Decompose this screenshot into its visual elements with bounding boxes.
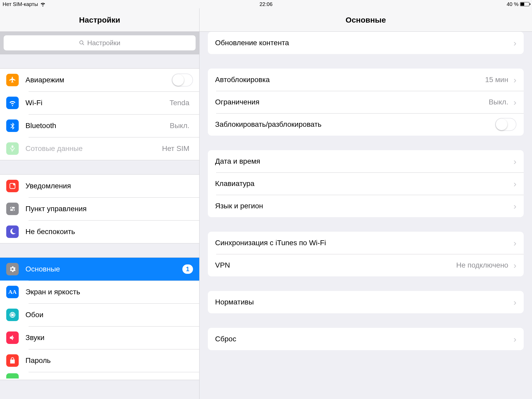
row-label: Нормативы: [215, 298, 512, 306]
row-restrictions[interactable]: Ограничения Выкл. ›: [208, 91, 524, 113]
row-label: Сброс: [215, 335, 512, 343]
row-value: Выкл.: [489, 98, 508, 106]
carrier-text: Нет SIM-карты: [3, 1, 38, 7]
airplane-icon: [6, 74, 19, 86]
sidebar-group-device: Основные 1 AA Экран и яркость Обои Звуки: [0, 257, 199, 380]
row-language-region[interactable]: Язык и регион ›: [208, 195, 524, 217]
row-label: Авиарежим: [25, 76, 172, 84]
lock-unlock-switch[interactable]: [495, 118, 516, 131]
row-label: Клавиатура: [215, 179, 512, 188]
row-value: 15 мин: [485, 76, 508, 84]
row-content-refresh[interactable]: Обновление контента ›: [208, 32, 524, 54]
chevron-right-icon: ›: [514, 156, 516, 167]
row-label: Обновление контента: [215, 39, 512, 47]
sidebar-item-next[interactable]: [0, 372, 199, 380]
sidebar-item-general[interactable]: Основные 1: [0, 258, 199, 281]
status-right: 40 %: [507, 1, 529, 7]
chevron-right-icon: ›: [514, 260, 516, 270]
sidebar-item-passcode[interactable]: Пароль: [0, 349, 199, 372]
sidebar-item-notifications[interactable]: Уведомления: [0, 175, 199, 197]
row-label: Автоблокировка: [215, 76, 485, 84]
chevron-right-icon: ›: [514, 201, 516, 211]
bluetooth-icon: [6, 119, 19, 132]
status-left: Нет SIM-карты: [3, 1, 46, 7]
detail-group-1: Автоблокировка 15 мин › Ограничения Выкл…: [208, 69, 524, 136]
row-label: Ограничения: [215, 98, 489, 106]
row-label: Экран и яркость: [25, 288, 193, 296]
control-center-icon: [6, 203, 19, 215]
svg-point-3: [11, 207, 12, 208]
search-placeholder: Настройки: [87, 39, 121, 47]
chevron-right-icon: ›: [514, 334, 516, 344]
chevron-right-icon: ›: [514, 75, 516, 85]
wifi-icon: [6, 97, 19, 109]
dnd-icon: [6, 225, 19, 238]
battery-text: 40 %: [507, 1, 518, 7]
row-label: Не беспокоить: [25, 228, 193, 236]
row-regulatory[interactable]: Нормативы ›: [208, 291, 524, 313]
detail-group-3: Синхронизация с iTunes по Wi-Fi › VPN Не…: [208, 232, 524, 276]
battery-icon: [520, 2, 529, 6]
sidebar-item-dnd[interactable]: Не беспокоить: [0, 220, 199, 243]
row-label: Обои: [25, 311, 193, 319]
row-label: Пункт управления: [25, 205, 193, 213]
sidebar-item-wallpaper[interactable]: Обои: [0, 303, 199, 326]
sidebar-item-bluetooth[interactable]: Bluetooth Выкл.: [0, 114, 199, 137]
row-vpn[interactable]: VPN Не подключено ›: [208, 254, 524, 276]
airplane-switch[interactable]: [172, 74, 193, 87]
cellular-icon: [6, 142, 19, 155]
row-date-time[interactable]: Дата и время ›: [208, 150, 524, 172]
row-label: Сотовые данные: [25, 144, 162, 153]
sidebar-item-control-center[interactable]: Пункт управления: [0, 197, 199, 220]
sounds-icon: [6, 331, 19, 344]
svg-point-6: [11, 314, 14, 316]
chevron-right-icon: ›: [514, 238, 516, 248]
display-icon: AA: [6, 286, 19, 298]
row-label: Wi-Fi: [25, 99, 170, 107]
row-value: Tenda: [170, 99, 189, 107]
row-label: Язык и регион: [215, 202, 512, 210]
svg-point-1: [13, 183, 15, 185]
wifi-status-icon: [40, 1, 46, 7]
detail-group-2: Дата и время › Клавиатура › Язык и регио…: [208, 150, 524, 217]
row-lock-unlock[interactable]: Заблокировать/разблокировать: [208, 113, 524, 136]
chevron-right-icon: ›: [514, 38, 516, 48]
detail-group-4: Нормативы ›: [208, 291, 524, 313]
detail-title: Основные: [200, 8, 532, 32]
search-input[interactable]: Настройки: [4, 35, 196, 50]
status-time: 22:06: [260, 1, 272, 7]
search-icon: [79, 40, 85, 46]
sidebar-item-display[interactable]: AA Экран и яркость: [0, 281, 199, 303]
row-keyboard[interactable]: Клавиатура ›: [208, 172, 524, 195]
sidebar-item-wifi[interactable]: Wi-Fi Tenda: [0, 91, 199, 114]
row-value: Выкл.: [170, 122, 189, 130]
detail-group-0: Обновление контента ›: [208, 32, 524, 54]
sidebar-item-cellular[interactable]: Сотовые данные Нет SIM: [0, 137, 199, 160]
status-bar: Нет SIM-карты 22:06 40 %: [0, 0, 532, 8]
sidebar-group-alerts: Уведомления Пункт управления Не беспокои…: [0, 174, 199, 243]
row-value: Нет SIM: [162, 144, 189, 153]
row-itunes-wifi-sync[interactable]: Синхронизация с iTunes по Wi-Fi ›: [208, 232, 524, 254]
row-label: Дата и время: [215, 157, 512, 165]
row-reset[interactable]: Сброс ›: [208, 328, 524, 350]
row-label: Звуки: [25, 334, 193, 342]
row-label: Уведомления: [25, 182, 193, 190]
detail-content: Обновление контента › Автоблокировка 15 …: [200, 32, 532, 366]
sidebar-item-sounds[interactable]: Звуки: [0, 326, 199, 349]
chevron-right-icon: ›: [514, 297, 516, 307]
sidebar-group-connectivity: Авиарежим Wi-Fi Tenda Bluetooth Выкл. Со…: [0, 68, 199, 160]
search-wrap: Настройки: [0, 32, 199, 54]
row-label: Bluetooth: [25, 122, 170, 130]
notifications-icon: [6, 180, 19, 192]
row-value: Не подключено: [456, 261, 508, 269]
sidebar-title: Настройки: [0, 8, 199, 32]
row-label: Синхронизация с iTunes по Wi-Fi: [215, 239, 512, 247]
row-label: Пароль: [25, 356, 193, 365]
chevron-right-icon: ›: [514, 97, 516, 107]
chevron-right-icon: ›: [514, 179, 516, 189]
general-icon: [6, 263, 19, 275]
settings-sidebar: Настройки Настройки Авиарежим Wi-Fi Tend…: [0, 8, 200, 399]
row-autolock[interactable]: Автоблокировка 15 мин ›: [208, 69, 524, 91]
row-label: Заблокировать/разблокировать: [215, 120, 495, 129]
sidebar-item-airplane[interactable]: Авиарежим: [0, 69, 199, 91]
